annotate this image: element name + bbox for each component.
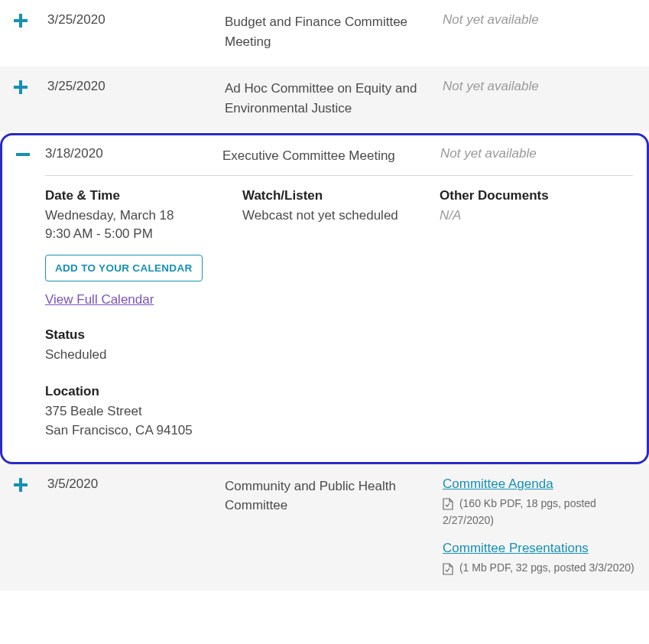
status-section: Status Scheduled [45, 327, 226, 365]
location-heading: Location [45, 384, 226, 399]
datetime-line2: 9:30 AM - 5:00 PM [45, 225, 226, 244]
other-docs-heading: Other Documents [440, 188, 616, 203]
agenda-unavailable: Not yet available [443, 79, 539, 93]
committee-agenda-link[interactable]: Committee Agenda [443, 476, 553, 492]
view-full-calendar-link[interactable]: View Full Calendar [45, 292, 154, 307]
agenda-col: Not yet available [443, 79, 641, 118]
location-section: Location 375 Beale Street San Francisco,… [45, 384, 226, 440]
meeting-date: 3/5/2020 [47, 476, 225, 577]
panel-col-mid: Watch/Listen Webcast not yet scheduled [242, 188, 440, 441]
agenda-col: Committee Agenda (160 Kb PDF, 18 pgs, po… [443, 476, 641, 577]
meeting-date: 3/25/2020 [47, 12, 225, 51]
status-text: Scheduled [45, 346, 226, 365]
meeting-title: Community and Public Health Committee [225, 476, 443, 577]
meeting-row: 3/25/2020 Ad Hoc Committee on Equity and… [0, 67, 649, 133]
meeting-row: 3/25/2020 Budget and Finance Committee M… [0, 0, 649, 67]
toggle-col [16, 146, 45, 166]
datetime-section: Date & Time Wednesday, March 18 9:30 AM … [45, 188, 226, 307]
watch-heading: Watch/Listen [242, 188, 423, 203]
presentations-meta-text: (1 Mb PDF, 32 pgs, posted 3/3/2020) [459, 561, 634, 574]
meeting-title: Executive Committee Meeting [222, 146, 440, 166]
toggle-col [14, 79, 47, 118]
meeting-expanded-panel: 3/18/2020 Executive Committee Meeting No… [0, 133, 649, 464]
location-line1: 375 Beale Street [45, 402, 226, 421]
toggle-col [14, 476, 47, 577]
watch-text: Webcast not yet scheduled [242, 207, 423, 226]
meeting-row: 3/5/2020 Community and Public Health Com… [0, 464, 649, 592]
collapse-icon[interactable] [16, 148, 30, 161]
expanded-header: 3/18/2020 Executive Committee Meeting No… [16, 146, 633, 175]
expand-icon[interactable] [14, 14, 28, 28]
divider [45, 175, 633, 176]
meeting-title: Ad Hoc Committee on Equity and Environme… [225, 79, 443, 118]
meeting-title: Budget and Finance Committee Meeting [225, 12, 443, 51]
expand-icon[interactable] [14, 80, 28, 94]
meeting-date: 3/18/2020 [45, 146, 222, 166]
committee-presentations-link[interactable]: Committee Presentations [443, 541, 589, 556]
agenda-unavailable: Not yet available [443, 12, 539, 27]
expanded-body: Date & Time Wednesday, March 18 9:30 AM … [16, 188, 633, 441]
status-heading: Status [45, 327, 226, 343]
location-line2: San Francisco, CA 94105 [45, 421, 226, 441]
agenda-unavailable: Not yet available [440, 146, 537, 161]
agenda-col: Not yet available [440, 146, 633, 166]
presentations-meta: (1 Mb PDF, 32 pgs, posted 3/3/2020) [443, 559, 641, 576]
expand-icon[interactable] [14, 478, 28, 492]
agenda-meta-text: (160 Kb PDF, 18 pgs, posted 2/27/2020) [443, 497, 596, 526]
agenda-col: Not yet available [443, 12, 641, 51]
panel-col-right: Other Documents N/A [440, 188, 633, 441]
datetime-line1: Wednesday, March 18 [45, 207, 226, 226]
other-docs-text: N/A [440, 207, 616, 226]
datetime-heading: Date & Time [45, 188, 226, 203]
add-to-calendar-button[interactable]: ADD TO YOUR CALENDAR [45, 255, 203, 281]
meeting-date: 3/25/2020 [47, 79, 225, 118]
toggle-col [14, 12, 47, 51]
panel-col-left: Date & Time Wednesday, March 18 9:30 AM … [45, 188, 242, 441]
pdf-icon [443, 563, 453, 575]
pdf-icon [443, 498, 453, 510]
agenda-meta: (160 Kb PDF, 18 pgs, posted 2/27/2020) [443, 495, 641, 529]
